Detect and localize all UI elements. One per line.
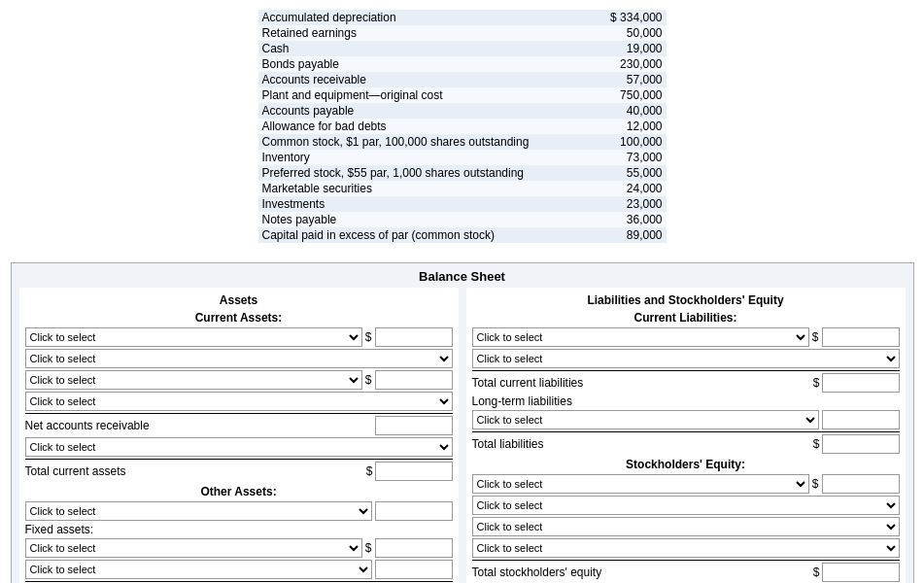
data-row: Preferred stock, $55 par, 1,000 shares o…	[258, 165, 667, 181]
data-row: Accounts receivable57,000	[258, 72, 667, 87]
data-label: Capital paid in excess of par (common st…	[258, 227, 578, 243]
current-asset-select-5[interactable]: Click to select	[25, 437, 453, 457]
current-asset-select-2[interactable]: Click to select	[25, 349, 453, 368]
total-equity-input[interactable]	[822, 563, 900, 582]
equity-select-4[interactable]: Click to select	[472, 538, 900, 558]
current-liability-row-1: Click to select $	[472, 327, 900, 347]
total-equity-label: Total stockholders' equity	[472, 566, 602, 579]
current-asset-select-3[interactable]: Click to select	[25, 370, 362, 390]
stockholders-equity-title: Stockholders' Equity:	[472, 458, 900, 471]
data-row: Bonds payable230,000	[258, 56, 667, 72]
current-asset-row-1: Click to select $	[25, 327, 453, 347]
long-term-liability-row-1: Click to select	[472, 410, 900, 429]
total-current-liabilities-input[interactable]	[822, 373, 900, 393]
long-term-liability-select-1[interactable]: Click to select	[472, 410, 819, 429]
data-label: Marketable securities	[258, 181, 578, 196]
other-asset-select-1[interactable]: Click to select	[25, 501, 372, 521]
data-value: 23,000	[578, 196, 667, 212]
data-value: 89,000	[578, 227, 667, 243]
equity-select-2[interactable]: Click to select	[472, 496, 900, 515]
equity-input-1[interactable]	[822, 474, 900, 494]
current-liability-select-2[interactable]: Click to select	[472, 349, 900, 368]
current-assets-title: Current Assets:	[25, 311, 453, 325]
data-label: Bonds payable	[258, 56, 578, 72]
fixed-asset-input-2[interactable]	[375, 560, 453, 579]
data-value: 57,000	[578, 72, 667, 87]
equity-select-3[interactable]: Click to select	[472, 517, 900, 536]
long-term-liabilities-label: Long-term liabilities	[472, 394, 900, 408]
data-label: Accumulated depreciation	[258, 10, 578, 25]
data-value: 19,000	[578, 41, 667, 56]
total-liabilities-input[interactable]	[822, 434, 900, 454]
total-liabilities-label: Total liabilities	[472, 437, 544, 451]
fixed-asset-select-2[interactable]: Click to select	[25, 560, 372, 579]
other-asset-input-1[interactable]	[375, 501, 453, 521]
equity-select-1[interactable]: Click to select	[472, 474, 809, 494]
current-liability-input-1[interactable]	[822, 327, 900, 347]
equity-row-2: Click to select	[472, 496, 900, 515]
net-accounts-receivable-row: Net accounts receivable	[25, 416, 453, 435]
data-value: 12,000	[578, 119, 667, 134]
total-equity-row: Total stockholders' equity $	[472, 563, 900, 582]
data-row: Notes payable36,000	[258, 212, 667, 227]
liabilities-column: Liabilities and Stockholders' Equity Cur…	[466, 288, 906, 583]
data-value: 36,000	[578, 212, 667, 227]
data-row: Inventory73,000	[258, 150, 667, 165]
data-row: Common stock, $1 par, 100,000 shares out…	[258, 134, 667, 150]
fixed-asset-row-2: Click to select	[25, 560, 453, 579]
current-liability-select-1[interactable]: Click to select	[472, 327, 809, 347]
total-liabilities-row: Total liabilities $	[472, 434, 900, 454]
data-label: Common stock, $1 par, 100,000 shares out…	[258, 134, 578, 150]
other-assets-title: Other Assets:	[25, 485, 453, 498]
equity-row-3: Click to select	[472, 517, 900, 536]
data-label: Accounts receivable	[258, 72, 578, 87]
net-accounts-receivable-input[interactable]	[375, 416, 453, 435]
data-value: 73,000	[578, 150, 667, 165]
current-liabilities-title: Current Liabilities:	[472, 311, 900, 325]
data-row: Accumulated depreciation$ 334,000	[258, 10, 667, 25]
data-value: 40,000	[578, 103, 667, 119]
data-label: Retained earnings	[258, 25, 578, 41]
data-row: Plant and equipment—original cost750,000	[258, 87, 667, 103]
fixed-asset-row-1: Click to select $	[25, 538, 453, 558]
long-term-liability-input-1[interactable]	[822, 410, 900, 429]
data-value: 750,000	[578, 87, 667, 103]
data-value: 50,000	[578, 25, 667, 41]
current-asset-input-3[interactable]	[375, 370, 453, 390]
data-row: Retained earnings50,000	[258, 25, 667, 41]
data-value: 55,000	[578, 165, 667, 181]
current-asset-row-2: Click to select	[25, 349, 453, 368]
current-asset-row-5: Click to select	[25, 437, 453, 457]
assets-header: Assets	[25, 293, 453, 307]
current-asset-row-4: Click to select	[25, 392, 453, 411]
data-row: Investments23,000	[258, 196, 667, 212]
current-asset-row-3: Click to select $	[25, 370, 453, 390]
data-label: Cash	[258, 41, 578, 56]
equity-row-4: Click to select	[472, 538, 900, 558]
data-label: Accounts payable	[258, 103, 578, 119]
current-asset-select-1[interactable]: Click to select	[25, 327, 362, 347]
total-current-liabilities-label: Total current liabilities	[472, 376, 584, 390]
assets-column: Assets Current Assets: Click to select $…	[19, 288, 459, 583]
current-asset-input-1[interactable]	[375, 327, 453, 347]
current-asset-select-4[interactable]: Click to select	[25, 392, 453, 411]
current-liability-row-2: Click to select	[472, 349, 900, 368]
data-row: Accounts payable40,000	[258, 103, 667, 119]
data-label: Plant and equipment—original cost	[258, 87, 578, 103]
total-current-assets-input[interactable]	[375, 462, 453, 481]
equity-row-1: Click to select $	[472, 474, 900, 494]
data-value: 100,000	[578, 134, 667, 150]
fixed-asset-select-1[interactable]: Click to select	[25, 538, 362, 558]
data-row: Allowance for bad debts12,000	[258, 119, 667, 134]
data-label: Investments	[258, 196, 578, 212]
total-current-assets-label: Total current assets	[25, 464, 126, 478]
data-label: Notes payable	[258, 212, 578, 227]
total-current-liabilities-row: Total current liabilities $	[472, 373, 900, 393]
fixed-asset-input-1[interactable]	[375, 538, 453, 558]
balance-sheet-title: Balance Sheet	[19, 269, 906, 284]
fixed-assets-label: Fixed assets:	[25, 523, 453, 536]
data-label: Allowance for bad debts	[258, 119, 578, 134]
data-value: 24,000	[578, 181, 667, 196]
other-asset-row-1: Click to select	[25, 501, 453, 521]
data-reference-table: Accumulated depreciation$ 334,000Retaine…	[258, 10, 667, 243]
